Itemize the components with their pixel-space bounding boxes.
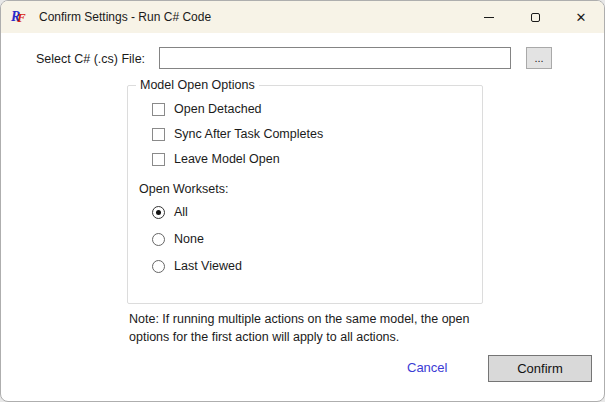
radio-dot	[156, 210, 161, 215]
window-title: Confirm Settings - Run C# Code	[39, 10, 211, 24]
worksets-none-radio[interactable]	[152, 233, 165, 246]
leave-model-open-label: Leave Model Open	[174, 152, 280, 166]
minimize-icon	[484, 17, 494, 18]
groupbox-title: Model Open Options	[136, 78, 259, 92]
sync-after-task-label: Sync After Task Completes	[174, 127, 323, 141]
worksets-last-viewed-label: Last Viewed	[174, 259, 242, 273]
maximize-icon	[531, 13, 540, 22]
worksets-all-label: All	[174, 205, 188, 219]
file-select-label: Select C# (.cs) File:	[36, 52, 145, 66]
leave-model-open-checkbox[interactable]	[152, 153, 165, 166]
model-open-options-group: Model Open Options Open Detached Sync Af…	[127, 85, 483, 304]
open-detached-checkbox[interactable]	[152, 103, 165, 116]
sync-after-task-checkbox[interactable]	[152, 128, 165, 141]
confirm-button[interactable]: Confirm	[488, 355, 592, 382]
file-path-input[interactable]	[159, 47, 511, 69]
checkbox-row-leave-model-open[interactable]: Leave Model Open	[152, 152, 280, 166]
close-button[interactable]: ✕	[558, 1, 604, 33]
note-text: Note: If running multiple actions on the…	[129, 310, 479, 346]
logo-letter-f: F	[17, 10, 26, 26]
browse-button[interactable]: ...	[526, 47, 552, 69]
radio-row-all[interactable]: All	[152, 205, 188, 219]
maximize-button[interactable]	[512, 1, 558, 33]
window-controls: ✕	[466, 1, 604, 33]
open-worksets-label: Open Worksets:	[139, 182, 228, 196]
app-logo-icon: R F	[11, 9, 29, 25]
radio-row-last-viewed[interactable]: Last Viewed	[152, 259, 242, 273]
cancel-link[interactable]: Cancel	[407, 360, 447, 375]
worksets-none-label: None	[174, 232, 204, 246]
open-detached-label: Open Detached	[174, 102, 262, 116]
close-icon: ✕	[576, 11, 587, 24]
dialog-window: R F Confirm Settings - Run C# Code ✕ Sel…	[0, 0, 605, 402]
worksets-all-radio[interactable]	[152, 206, 165, 219]
radio-row-none[interactable]: None	[152, 232, 204, 246]
checkbox-row-sync-after-task[interactable]: Sync After Task Completes	[152, 127, 323, 141]
titlebar: R F Confirm Settings - Run C# Code ✕	[1, 1, 604, 33]
minimize-button[interactable]	[466, 1, 512, 33]
checkbox-row-open-detached[interactable]: Open Detached	[152, 102, 262, 116]
worksets-last-viewed-radio[interactable]	[152, 260, 165, 273]
